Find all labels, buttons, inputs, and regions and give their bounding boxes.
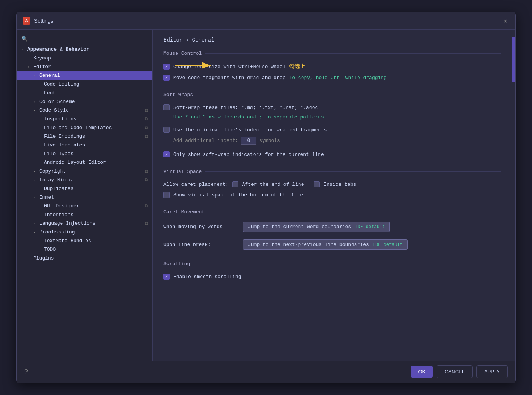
sidebar-item-keymap[interactable]: Keymap xyxy=(17,54,152,62)
chevron-icon xyxy=(33,221,39,226)
breadcrumb: Editor › General xyxy=(163,37,501,43)
footer: ? OK CANCEL APPLY xyxy=(17,361,515,383)
section-title-caret-movement: Caret Movement xyxy=(163,209,501,215)
sidebar-item-label: Emmet xyxy=(39,194,54,200)
section-title-virtual-space: Virtual Space xyxy=(163,169,501,174)
option-allow-caret-placement: Allow caret placement: After the end of … xyxy=(163,179,501,190)
option-move-code-fragments: Move code fragments with drag-and-drop T… xyxy=(163,72,501,83)
copy-icon: ⧉ xyxy=(145,177,148,183)
sidebar-item-label: Keymap xyxy=(33,55,51,61)
sidebar-item-general[interactable]: General xyxy=(17,71,152,80)
sidebar-item-emmet[interactable]: Emmet xyxy=(17,193,152,202)
sidebar-item-label: GUI Designer xyxy=(44,203,79,209)
chevron-icon xyxy=(33,169,39,174)
sidebar-item-label: Language Injections xyxy=(39,221,95,226)
sidebar-item-todo[interactable]: TODO xyxy=(17,245,152,254)
checkbox-show-soft-wrap-indicators[interactable] xyxy=(163,151,170,157)
option-label-move-code-fragments: Move code fragments with drag-and-drop xyxy=(173,75,285,81)
sidebar-item-copyright[interactable]: Copyright ⧉ xyxy=(17,167,152,176)
option-original-indent: Use the original line's indent for wrapp… xyxy=(163,124,501,135)
sidebar-item-live-templates[interactable]: Live Templates xyxy=(17,141,152,149)
sidebar-item-language-injections[interactable]: Language Injections ⧉ xyxy=(17,219,152,228)
checkbox-after-end-line[interactable] xyxy=(232,181,238,187)
dropdown-ide-default-2: IDE default xyxy=(373,242,403,247)
scrollbar-thumb[interactable] xyxy=(512,37,515,82)
sidebar-item-label: Code Editing xyxy=(44,81,79,87)
sidebar-item-textmate-bundles[interactable]: TextMate Bundles xyxy=(17,236,152,245)
option-label-show-soft-wrap-indicators: Only show soft-wrap indicators for the c… xyxy=(173,152,324,157)
close-button[interactable]: ✕ xyxy=(502,17,509,25)
sidebar-item-label: TODO xyxy=(44,247,56,252)
checkbox-move-code-fragments[interactable] xyxy=(163,75,170,81)
hint-change-font-size: 勾选上 xyxy=(289,63,305,70)
hint-soft-wrap-files: Use * and ? as wildcards and ; to separa… xyxy=(163,113,501,121)
option-label-change-font-size: Change font size with Ctrl+Mouse Wheel xyxy=(173,64,285,70)
sidebar-item-label: Font xyxy=(44,90,56,96)
sidebar-item-inspections[interactable]: Inspections ⧉ xyxy=(17,115,152,123)
chevron-icon xyxy=(33,73,39,78)
section-scrolling: Scrolling Enable smooth scrolling xyxy=(163,261,501,282)
row-when-moving-by-words: When moving by words: Jump to the curren… xyxy=(163,219,501,234)
ok-button[interactable]: OK xyxy=(411,366,433,378)
sidebar-item-android-layout-editor[interactable]: Android Layout Editor xyxy=(17,158,152,167)
scrollbar-track[interactable] xyxy=(512,30,515,361)
dropdown-upon-line-break[interactable]: Jump to the next/previous line boundarie… xyxy=(243,239,408,250)
checkbox-smooth-scrolling[interactable] xyxy=(163,274,170,280)
section-soft-wraps: Soft Wraps Soft-wrap these files: *.md; … xyxy=(163,92,501,160)
chevron-icon xyxy=(33,178,39,182)
sidebar-item-label: Editor xyxy=(33,64,51,70)
search-box[interactable]: 🔍 xyxy=(17,33,152,45)
sidebar-item-plugins[interactable]: Plugins xyxy=(17,254,152,263)
sidebar-item-appearance[interactable]: Appearance & Behavior xyxy=(17,45,152,54)
hint-soft-wrap-green: Use * and ? as wildcards and ; to separa… xyxy=(173,114,324,120)
label-when-moving-by-words: When moving by words: xyxy=(163,224,239,230)
sidebar-item-inlay-hints[interactable]: Inlay Hints ⧉ xyxy=(17,176,152,184)
sidebar-item-intentions[interactable]: Intentions xyxy=(17,210,152,219)
sidebar-item-code-editing[interactable]: Code Editing xyxy=(17,80,152,89)
sidebar-item-editor[interactable]: Editor xyxy=(17,62,152,71)
sidebar-item-code-style[interactable]: Code Style ⧉ xyxy=(17,106,152,115)
label-show-virtual-space: Show virtual space at the bottom of the … xyxy=(173,192,303,198)
copy-icon: ⧉ xyxy=(145,134,148,139)
option-show-soft-wrap-indicators: Only show soft-wrap indicators for the c… xyxy=(163,149,501,160)
sidebar-item-font[interactable]: Font xyxy=(17,89,152,97)
chevron-icon xyxy=(33,108,39,113)
checkbox-original-indent[interactable] xyxy=(163,127,170,133)
sidebar-item-label: Intentions xyxy=(44,212,73,218)
checkbox-show-virtual-space[interactable] xyxy=(163,192,170,198)
sidebar-item-file-encodings[interactable]: File Encodings ⧉ xyxy=(17,132,152,141)
dialog-body: 🔍 Appearance & Behavior Keymap Editor Ge… xyxy=(17,30,515,361)
section-title-mouse-control: Mouse Control xyxy=(163,51,501,56)
label-inside-tabs: Inside tabs xyxy=(324,182,356,187)
sidebar-item-gui-designer[interactable]: GUI Designer ⧉ xyxy=(17,202,152,210)
cancel-button[interactable]: CANCEL xyxy=(437,365,473,378)
sidebar-item-label: Android Layout Editor xyxy=(44,160,106,165)
checkbox-inside-tabs[interactable] xyxy=(314,181,320,187)
sidebar-item-label: Copyright xyxy=(39,168,66,174)
sidebar-item-duplicates[interactable]: Duplicates xyxy=(17,184,152,193)
copy-icon: ⧉ xyxy=(145,204,148,209)
main-content: Editor › General Mouse Control Change fo… xyxy=(153,30,512,361)
help-button[interactable]: ? xyxy=(24,368,28,376)
hint-move-code-fragments: To copy, hold Ctrl while dragging xyxy=(289,75,386,81)
search-icon: 🔍 xyxy=(21,36,28,42)
sidebar-item-file-code-templates[interactable]: File and Code Templates ⧉ xyxy=(17,123,152,132)
additional-indent-input[interactable]: 0 xyxy=(241,137,256,145)
apply-button[interactable]: APPLY xyxy=(476,365,508,378)
dropdown-ide-default: IDE default xyxy=(355,224,385,230)
option-label-soft-wrap-files: Soft-wrap these files: *.md; *.txt; *.rs… xyxy=(173,105,318,110)
sidebar: 🔍 Appearance & Behavior Keymap Editor Ge… xyxy=(17,30,153,361)
sidebar-item-color-scheme[interactable]: Color Scheme xyxy=(17,97,152,106)
option-show-virtual-space: Show virtual space at the bottom of the … xyxy=(163,190,501,200)
sidebar-item-proofreading[interactable]: Proofreading xyxy=(17,228,152,236)
sidebar-item-label: Live Templates xyxy=(44,142,85,148)
label-smooth-scrolling: Enable smooth scrolling xyxy=(173,274,241,280)
sidebar-item-file-types[interactable]: File Types xyxy=(17,149,152,158)
checkbox-change-font-size[interactable] xyxy=(163,64,170,70)
copy-icon: ⧉ xyxy=(145,108,148,113)
dropdown-value-when-moving: Jump to the current word boundaries xyxy=(248,224,351,230)
section-title-scrolling: Scrolling xyxy=(163,261,501,267)
checkbox-soft-wrap-files[interactable] xyxy=(163,104,170,110)
dropdown-when-moving-by-words[interactable]: Jump to the current word boundaries IDE … xyxy=(243,222,390,232)
sub-option-additional-indent: Add additional indent: 0 symbols xyxy=(163,135,501,146)
